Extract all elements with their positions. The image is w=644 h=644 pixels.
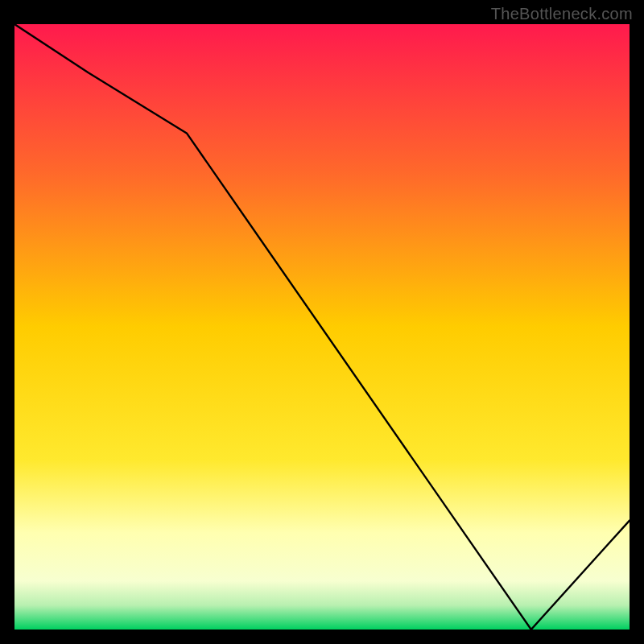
chart-container: TheBottleneck.com: [0, 0, 644, 644]
watermark-text: TheBottleneck.com: [491, 5, 633, 23]
plot-area: [14, 24, 630, 630]
chart-svg: [14, 24, 630, 630]
